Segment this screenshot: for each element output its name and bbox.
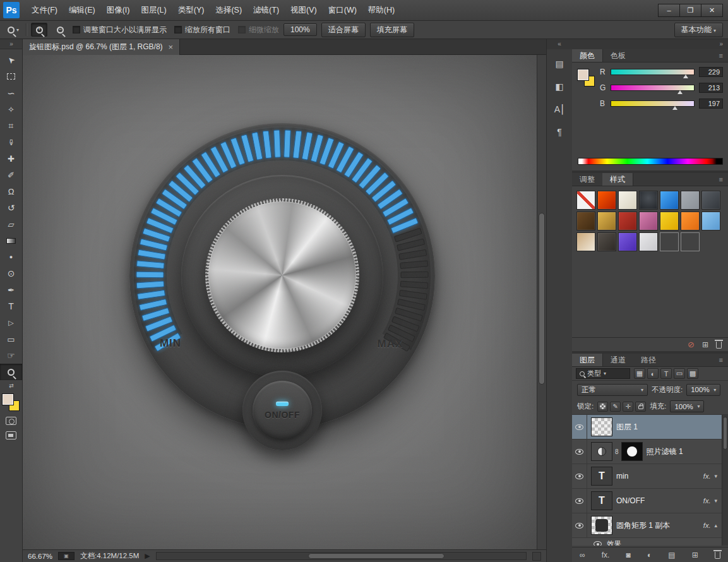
panel-color-widget[interactable] bbox=[578, 69, 595, 87]
style-swatch-11[interactable] bbox=[660, 212, 679, 230]
tool-move-tool[interactable]: ➤ bbox=[0, 52, 22, 68]
layer-thumb-0[interactable] bbox=[591, 417, 612, 436]
onoff-button[interactable]: ON/OFF bbox=[253, 381, 312, 440]
visibility-eye-icon[interactable] bbox=[575, 523, 583, 529]
history-panel-icon[interactable]: ▤ bbox=[550, 56, 569, 72]
toolbar-collapse-button[interactable]: » bbox=[0, 39, 22, 49]
link-layers-icon[interactable]: ∞ bbox=[580, 551, 585, 559]
visibility-eye-icon[interactable] bbox=[575, 474, 583, 479]
layer-thumb-4[interactable] bbox=[591, 516, 612, 535]
eye-cell-2[interactable] bbox=[572, 464, 587, 488]
eye-cell-4[interactable] bbox=[572, 513, 587, 537]
lock-move-icon[interactable]: ✛ bbox=[623, 402, 633, 412]
style-swatch-0[interactable] bbox=[576, 191, 595, 210]
layer-name-2[interactable]: min bbox=[616, 472, 628, 481]
style-swatch-15[interactable] bbox=[597, 232, 616, 251]
tool-history-brush-tool[interactable]: ↺ bbox=[0, 200, 22, 216]
delete-layer-icon[interactable] bbox=[715, 552, 720, 559]
style-swatch-6[interactable] bbox=[701, 191, 720, 210]
clear-style-icon[interactable]: ⊘ bbox=[688, 340, 695, 349]
menu-item-5[interactable]: 选择(S) bbox=[210, 0, 248, 21]
minimize-button[interactable]: – bbox=[658, 4, 680, 17]
canvas-area[interactable]: MIN MAX ON/OFF bbox=[23, 55, 546, 549]
options-button-1[interactable]: 填充屏幕 bbox=[370, 23, 414, 37]
smartobject-filter-icon[interactable]: ▩ bbox=[687, 368, 698, 379]
tool-path-selection-tool[interactable]: ▷ bbox=[0, 314, 22, 331]
menu-item-2[interactable]: 图像(I) bbox=[101, 0, 136, 21]
new-style-icon[interactable]: ⊞ bbox=[702, 340, 708, 349]
channel-thumb-B[interactable] bbox=[672, 106, 677, 110]
pixel-filter-icon[interactable]: ▦ bbox=[634, 368, 645, 379]
layer-name-0[interactable]: 图层 1 bbox=[616, 422, 638, 433]
layers-tab-2[interactable]: 路径 bbox=[633, 354, 664, 366]
delete-style-icon[interactable] bbox=[716, 342, 722, 349]
tool-clone-stamp-tool[interactable]: Ω bbox=[0, 183, 22, 200]
eye-cell-3[interactable] bbox=[572, 489, 587, 513]
options-button-0[interactable]: 适合屏幕 bbox=[321, 23, 366, 37]
style-swatch-13[interactable] bbox=[701, 212, 720, 230]
vertical-scrollbar[interactable] bbox=[537, 55, 546, 549]
panel-menu-icon[interactable]: ≡ bbox=[714, 173, 728, 186]
menu-item-3[interactable]: 图层(L) bbox=[135, 0, 172, 21]
style-swatch-2[interactable] bbox=[618, 191, 637, 210]
character-panel-icon[interactable]: A⎮ bbox=[550, 101, 569, 117]
style-swatch-9[interactable] bbox=[618, 212, 637, 230]
checkbox-0[interactable] bbox=[73, 26, 80, 33]
swap-colors-icon[interactable]: ⇄ bbox=[0, 383, 23, 389]
menu-item-7[interactable]: 视图(V) bbox=[285, 0, 323, 21]
layer-filter-dropdown[interactable]: 类型 ▾ bbox=[576, 368, 630, 379]
new-layer-icon[interactable]: ⊞ bbox=[692, 551, 698, 559]
collapse-panels-button[interactable]: » bbox=[572, 39, 728, 49]
layers-tab-0[interactable]: 图层 bbox=[572, 354, 603, 366]
layer-mask-thumb-1[interactable] bbox=[621, 442, 643, 461]
tool-healing-brush-tool[interactable]: ✚ bbox=[0, 150, 22, 167]
layer-style-icon[interactable]: fx. bbox=[602, 551, 610, 559]
blend-mode-dropdown[interactable]: 正常 ▾ bbox=[577, 384, 648, 396]
menu-item-4[interactable]: 类型(Y) bbox=[172, 0, 210, 21]
effects-row[interactable]: 效果 bbox=[572, 538, 722, 546]
checkbox-1[interactable] bbox=[174, 26, 182, 33]
style-swatch-16[interactable] bbox=[618, 232, 637, 251]
style-swatch-3[interactable] bbox=[639, 191, 658, 210]
current-tool-chip[interactable]: ▾ bbox=[5, 25, 21, 35]
visibility-eye-icon[interactable] bbox=[594, 541, 602, 546]
tool-gradient-tool[interactable] bbox=[0, 232, 22, 249]
panel-menu-icon[interactable]: ≡ bbox=[714, 49, 728, 62]
menu-item-6[interactable]: 滤镜(T) bbox=[248, 0, 285, 21]
style-swatch-1[interactable] bbox=[597, 191, 616, 210]
zoom-out-button[interactable]: − bbox=[52, 23, 68, 37]
layer-thumb-1[interactable] bbox=[591, 442, 612, 461]
tool-eraser-tool[interactable]: ▱ bbox=[0, 216, 22, 232]
layer-name-3[interactable]: ON/OFF bbox=[616, 496, 645, 505]
style-swatch-8[interactable] bbox=[597, 212, 616, 230]
style-swatch-17[interactable] bbox=[639, 232, 658, 251]
menu-item-1[interactable]: 编辑(E) bbox=[63, 0, 101, 21]
layer-row-2[interactable]: Tminfx.▾ bbox=[572, 464, 722, 489]
color-spectrum-ramp[interactable] bbox=[578, 158, 723, 165]
style-swatch-5[interactable] bbox=[681, 191, 700, 210]
document-tab[interactable]: 旋钮图标.psd @ 66.7% (图层 1, RGB/8) × bbox=[23, 39, 180, 55]
opacity-dropdown[interactable]: 100% ▾ bbox=[686, 384, 720, 396]
tool-zoom-tool[interactable] bbox=[0, 364, 22, 380]
channel-thumb-R[interactable] bbox=[683, 75, 688, 78]
expand-panels-button[interactable]: « bbox=[547, 39, 572, 49]
color-swatch-widget[interactable] bbox=[3, 394, 20, 411]
visibility-eye-icon[interactable] bbox=[575, 424, 583, 430]
layers-scrollbar-thumb[interactable] bbox=[723, 417, 727, 450]
close-button[interactable]: ✕ bbox=[701, 4, 723, 17]
tool-hand-tool[interactable]: ☞ bbox=[0, 347, 22, 364]
new-group-icon[interactable]: ▤ bbox=[668, 551, 675, 559]
style-swatch-14[interactable] bbox=[576, 232, 595, 251]
layer-thumb-2[interactable]: T bbox=[591, 467, 612, 486]
layer-row-4[interactable]: 圆角矩形 1 副本fx.▴ bbox=[572, 513, 722, 538]
fg-color-toolbar[interactable] bbox=[3, 394, 13, 405]
lock-transparent-icon[interactable] bbox=[597, 402, 608, 412]
styles-tab-0[interactable]: 调整 bbox=[572, 173, 602, 186]
channel-value-G[interactable]: 213 bbox=[699, 83, 723, 93]
zoom-in-button[interactable]: + bbox=[31, 23, 47, 37]
layers-tab-1[interactable]: 通道 bbox=[603, 354, 633, 366]
layer-row-0[interactable]: 图层 1 bbox=[572, 415, 722, 439]
eye-cell-0[interactable] bbox=[572, 415, 587, 439]
maximize-button[interactable]: ❐ bbox=[679, 4, 701, 17]
artwork[interactable]: MIN MAX ON/OFF bbox=[23, 55, 537, 549]
